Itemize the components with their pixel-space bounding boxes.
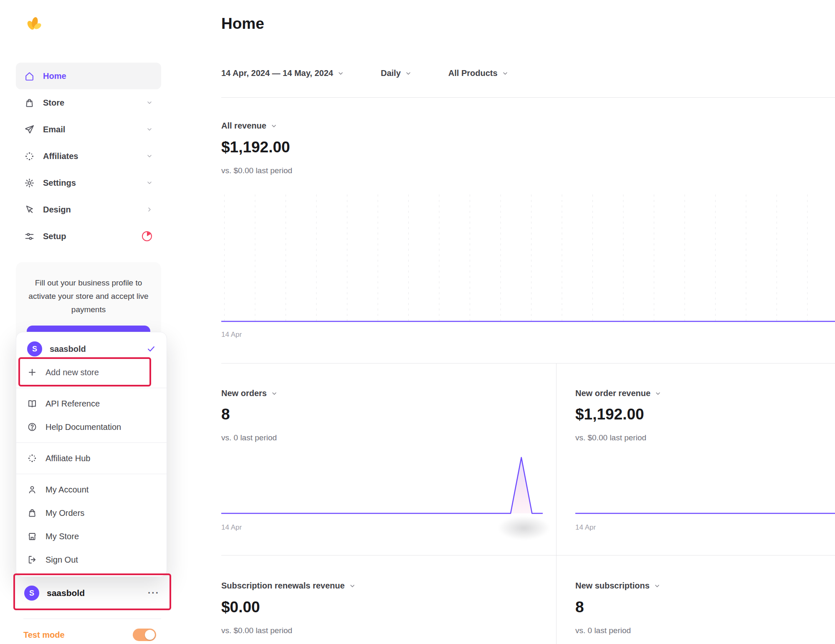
- sidebar-item-store[interactable]: Store: [16, 89, 161, 116]
- divider: [221, 555, 835, 556]
- new-orders-metric-selector[interactable]: New orders: [221, 389, 278, 398]
- new-order-revenue-chart: [575, 453, 835, 517]
- storefront-icon: [27, 531, 37, 541]
- new-subscriptions-comparison: vs. 0 last period: [575, 626, 631, 635]
- test-mode-label: Test mode: [23, 630, 65, 640]
- divider: [221, 97, 835, 98]
- send-icon: [24, 124, 35, 135]
- popover-help-documentation[interactable]: Help Documentation: [16, 415, 167, 439]
- page-title: Home: [221, 15, 264, 33]
- cursor-icon: [24, 205, 35, 215]
- sidebar-item-affiliates[interactable]: Affiliates: [16, 143, 161, 169]
- chart-spike-shadow: [498, 516, 550, 540]
- popover-divider: [16, 442, 167, 443]
- new-orders-chart: [221, 453, 543, 517]
- chevron-down-icon: [271, 123, 277, 129]
- popover-item-label: Add new store: [46, 368, 156, 377]
- new-order-revenue-value: $1,192.00: [575, 406, 644, 423]
- chevron-down-icon: [271, 390, 278, 397]
- user-icon: [27, 485, 37, 495]
- popover-add-new-store[interactable]: Add new store: [16, 361, 167, 384]
- popover-my-store[interactable]: My Store: [16, 525, 167, 548]
- sidebar-item-setup[interactable]: Setup: [16, 223, 161, 250]
- x-axis-label: 14 Apr: [575, 523, 596, 532]
- book-icon: [27, 399, 37, 409]
- sidebar-item-label: Email: [43, 125, 146, 134]
- chevron-down-icon: [146, 99, 153, 106]
- store-switcher-row[interactable]: S saasbold ···: [16, 579, 168, 607]
- new-subscriptions-value: 8: [575, 599, 584, 616]
- all-revenue-value: $1,192.00: [221, 139, 290, 156]
- plus-icon: [27, 367, 37, 377]
- more-options-icon[interactable]: ···: [148, 591, 159, 595]
- new-orders-value: 8: [221, 406, 230, 423]
- granularity-value: Daily: [381, 68, 401, 78]
- sidebar-divider: [23, 619, 161, 619]
- product-filter[interactable]: All Products: [448, 68, 509, 78]
- store-switcher-popover: S saasbold Add new store API Reference H…: [16, 332, 167, 577]
- popover-divider: [16, 474, 167, 474]
- store-avatar: S: [24, 586, 39, 601]
- app-logo-lemon-icon[interactable]: [24, 14, 43, 33]
- sidebar-item-email[interactable]: Email: [16, 116, 161, 143]
- new-subscriptions-metric-selector[interactable]: New subscriptions: [575, 581, 660, 591]
- chevron-down-icon: [349, 583, 356, 589]
- metric-label-text: Subscription renewals revenue: [221, 581, 345, 591]
- shopping-bag-icon: [27, 508, 37, 518]
- date-range-filter[interactable]: 14 Apr, 2024 — 14 May, 2024: [221, 68, 344, 78]
- all-revenue-comparison: vs. $0.00 last period: [221, 166, 292, 175]
- sidebar-item-design[interactable]: Design: [16, 196, 161, 223]
- x-axis-label: 14 Apr: [221, 523, 242, 532]
- popover-item-label: My Account: [46, 485, 156, 495]
- popover-my-account[interactable]: My Account: [16, 478, 167, 501]
- granularity-filter[interactable]: Daily: [381, 68, 412, 78]
- sidebar-item-label: Setup: [43, 232, 141, 241]
- popover-item-label: API Reference: [46, 399, 156, 409]
- popover-current-store[interactable]: S saasbold: [16, 337, 167, 361]
- subscription-renewals-revenue-value: $0.00: [221, 599, 260, 616]
- popover-item-label: My Store: [46, 532, 156, 541]
- popover-affiliate-hub[interactable]: Affiliate Hub: [16, 447, 167, 470]
- business-profile-text: Fill out your business profile to activa…: [27, 276, 150, 316]
- popover-my-orders[interactable]: My Orders: [16, 501, 167, 525]
- sidebar-nav: Home Store Email Affiliates Settings Des…: [16, 63, 161, 250]
- affiliates-dots-icon: [27, 453, 37, 463]
- sliders-icon: [24, 231, 35, 242]
- new-orders-comparison: vs. 0 last period: [221, 433, 277, 442]
- affiliates-dots-icon: [24, 151, 35, 162]
- filter-bar: 14 Apr, 2024 — 14 May, 2024 Daily All Pr…: [221, 68, 509, 78]
- store-name: saasbold: [47, 588, 148, 598]
- metric-label-text: New orders: [221, 389, 267, 398]
- metric-label-text: New subscriptions: [575, 581, 650, 591]
- store-avatar: S: [27, 341, 42, 356]
- subscription-renewals-revenue-metric-selector[interactable]: Subscription renewals revenue: [221, 581, 356, 591]
- divider: [221, 363, 835, 364]
- toggle-knob: [145, 630, 155, 640]
- popover-api-reference[interactable]: API Reference: [16, 392, 167, 415]
- popover-item-label: Help Documentation: [46, 422, 156, 432]
- sign-out-icon: [27, 555, 37, 565]
- product-filter-value: All Products: [448, 68, 498, 78]
- chevron-down-icon: [146, 179, 153, 186]
- metric-label-text: New order revenue: [575, 389, 650, 398]
- sidebar-item-label: Home: [43, 71, 153, 81]
- chevron-down-icon: [146, 153, 153, 159]
- store-bag-icon: [24, 98, 35, 108]
- popover-item-label: My Orders: [46, 508, 156, 518]
- metric-label-text: All revenue: [221, 121, 266, 131]
- subscription-renewals-revenue-comparison: vs. $0.00 last period: [221, 626, 292, 635]
- sidebar-item-settings[interactable]: Settings: [16, 169, 161, 196]
- chevron-down-icon: [654, 583, 660, 589]
- all-revenue-metric-selector[interactable]: All revenue: [221, 121, 277, 131]
- popover-sign-out[interactable]: Sign Out: [16, 548, 167, 571]
- new-order-revenue-metric-selector[interactable]: New order revenue: [575, 389, 661, 398]
- x-axis-label: 14 Apr: [221, 331, 242, 339]
- chevron-down-icon: [405, 70, 412, 77]
- test-mode-toggle[interactable]: [133, 629, 156, 641]
- sidebar-item-home[interactable]: Home: [16, 63, 161, 89]
- sidebar-item-label: Store: [43, 98, 146, 108]
- column-divider: [556, 363, 557, 644]
- check-icon: [147, 344, 156, 354]
- all-revenue-chart: [221, 194, 835, 325]
- pie-progress-icon: [141, 230, 153, 242]
